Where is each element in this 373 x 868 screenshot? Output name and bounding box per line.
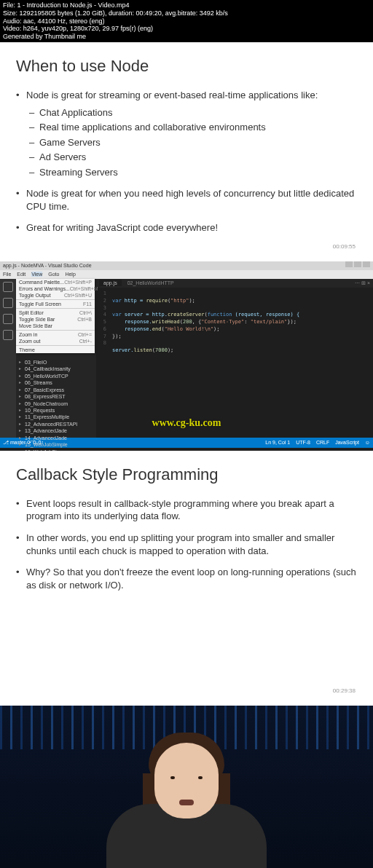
tree-folder[interactable]: 15_WebJobSimple: [19, 441, 95, 448]
slide-when-to-use-node: When to use Node Node is great for strea…: [0, 42, 373, 261]
slide1-title: When to use Node: [16, 57, 357, 76]
git-icon[interactable]: [3, 314, 13, 324]
menu-edit[interactable]: Edit: [17, 272, 25, 277]
video-metadata: File: 1 - Introduction to Node.js - Vide…: [0, 0, 373, 42]
editor-tabs: app.js 02_HelloWorldHTTP ⋯ ⊞ ×: [96, 279, 373, 288]
meta-line-size: Size: 1292195805 bytes (1.20 GiB), durat…: [3, 9, 370, 17]
status-feedback-icon[interactable]: ☺: [365, 440, 370, 445]
vscode-title-text: app.js - NodeMVA - Visual Studio Code: [3, 261, 92, 270]
slide1-sub-4: Ad Servers: [39, 151, 357, 164]
tree-folder[interactable]: 03_FileIO: [19, 359, 95, 366]
status-language[interactable]: JavaScript: [335, 440, 359, 445]
menu-goto[interactable]: Goto: [48, 272, 59, 277]
editor-tab-actions[interactable]: ⋯ ⊞ ×: [355, 280, 370, 286]
tree-folder[interactable]: 06_Streams: [19, 379, 95, 386]
status-lncol[interactable]: Ln 9, Col 1: [265, 440, 290, 445]
window-buttons: [345, 261, 370, 270]
slide2-timestamp: 00:29:38: [16, 687, 357, 694]
status-eol[interactable]: CRLF: [316, 440, 329, 445]
status-encoding[interactable]: UTF-8: [296, 440, 310, 445]
tree-folder[interactable]: 07_BasicExpress: [19, 387, 95, 393]
slide1-bullet-1: Node is great for streaming or event-bas…: [26, 89, 357, 178]
menu-help[interactable]: Help: [65, 272, 75, 277]
slide-callback-style: Callback Style Programming Event loops r…: [0, 451, 373, 706]
slide2-bullet-3: Why? So that you don't freeze the event …: [26, 566, 357, 591]
sidebar-explorer: Command Palette...Ctrl+Shift+P Errors an…: [16, 279, 96, 438]
editor-pane: app.js 02_HelloWorldHTTP ⋯ ⊞ × 12345678v…: [96, 279, 373, 438]
menu-item[interactable]: Zoom outCtrl+-: [16, 338, 95, 344]
line-gutter: 12345678: [96, 291, 109, 347]
tree-folder[interactable]: 09_NodeChatroom: [19, 401, 95, 407]
debug-icon[interactable]: [3, 330, 13, 340]
slide1-sub-1: Chat Applications: [39, 106, 357, 119]
menu-item[interactable]: Toggle Full ScreenF11: [16, 299, 95, 307]
tree-folder[interactable]: 11_ExpressMultiple: [19, 414, 95, 420]
vscode-menubar: File Edit View Goto Help: [0, 270, 373, 279]
slide1-bullet-2: Node is great for when you need high lev…: [26, 187, 357, 213]
meta-line-file: File: 1 - Introduction to Node.js - Vide…: [3, 1, 370, 9]
tree-folder[interactable]: 10_Requests: [19, 407, 95, 414]
tree-folder[interactable]: 16_WebJobStorage: [19, 449, 95, 451]
menu-item[interactable]: Theme: [16, 345, 95, 353]
slide1-sub-3: Game Servers: [39, 136, 357, 149]
menu-file[interactable]: File: [3, 272, 11, 277]
watermark-text: www.cg-ku.com: [152, 417, 221, 429]
menu-item[interactable]: Toggle Side BarCtrl+B: [16, 316, 95, 323]
tree-folder[interactable]: 13_AdvancedJade: [19, 427, 95, 434]
tree-folder[interactable]: 05_HelloWorldTCP: [19, 373, 95, 379]
search-icon[interactable]: [3, 298, 13, 308]
editor-breadcrumb: 02_HelloWorldHTTP: [127, 280, 174, 285]
slide2-title: Callback Style Programming: [16, 465, 357, 484]
activity-bar: [0, 279, 16, 438]
explorer-tree: 03_FileIO 04_CallbackInsanity 05_HelloWo…: [19, 359, 95, 451]
menu-item[interactable]: Command Palette...Ctrl+Shift+P: [16, 279, 95, 285]
meta-line-generator: Generated by Thumbnail me: [3, 33, 370, 41]
menu-item[interactable]: Toggle OutputCtrl+Shift+U: [16, 292, 95, 299]
explorer-icon[interactable]: [3, 282, 13, 292]
window-max-icon[interactable]: [354, 261, 361, 267]
meta-line-audio: Audio: aac, 44100 Hz, stereo (eng): [3, 17, 370, 25]
presenter-head: [154, 743, 219, 818]
tree-folder[interactable]: 04_CallbackInsanity: [19, 366, 95, 372]
slide1-timestamp: 00:09:55: [16, 243, 357, 250]
slide2-bullet-2: In other words, you end up splitting you…: [26, 532, 357, 557]
slide1-sub-5: Streaming Servers: [39, 166, 357, 179]
vscode-window: app.js - NodeMVA - Visual Studio Code Fi…: [0, 261, 373, 451]
menu-view[interactable]: View: [31, 272, 42, 277]
tree-folder[interactable]: 12_AdvancedRESTAPI: [19, 421, 95, 427]
menu-item[interactable]: Split EditorCtrl+\: [16, 308, 95, 316]
view-menu-dropdown: Command Palette...Ctrl+Shift+P Errors an…: [16, 279, 95, 353]
presenter-video-frame: 00:39:28: [0, 706, 373, 868]
menu-item[interactable]: Errors and Warnings...Ctrl+Shift+M: [16, 285, 95, 292]
slide1-sub-2: Real time applications and collaborative…: [39, 121, 357, 134]
presenter-person: [114, 738, 259, 868]
meta-line-video: Video: h264, yuv420p, 1280x720, 29.97 fp…: [3, 25, 370, 33]
editor-code[interactable]: 12345678var http = require("http"); var …: [96, 288, 373, 365]
vscode-titlebar: app.js - NodeMVA - Visual Studio Code: [0, 261, 373, 270]
editor-tab-appjs[interactable]: app.js: [99, 280, 122, 286]
slide1-bullet-3: Great for writing JavaScript code everyw…: [26, 221, 357, 234]
menu-item[interactable]: Move Side Bar: [16, 323, 95, 329]
tree-folder[interactable]: 08_ExpressREST: [19, 393, 95, 400]
slide2-bullet-1: Event loops result in callback-style pro…: [26, 497, 357, 523]
tree-folder[interactable]: 14_AdvancedJade: [19, 435, 95, 441]
menu-item[interactable]: Zoom inCtrl+=: [16, 330, 95, 338]
window-close-icon[interactable]: [363, 261, 370, 267]
window-min-icon[interactable]: [345, 261, 353, 267]
